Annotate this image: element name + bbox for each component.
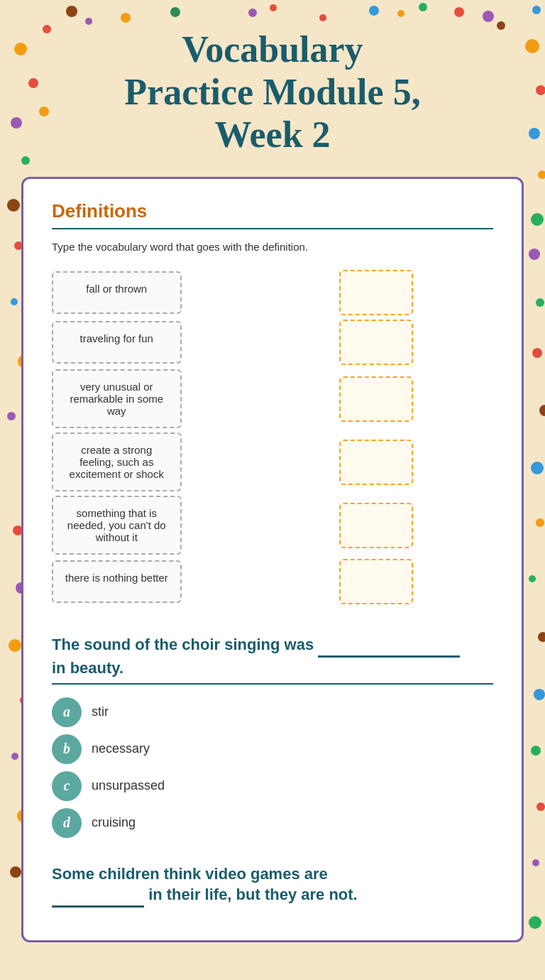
- decorative-dot: [536, 298, 544, 307]
- table-row: traveling for fun: [52, 320, 493, 365]
- decorative-dot: [538, 632, 545, 642]
- answer-cell-0[interactable]: [339, 270, 413, 315]
- definitions-section: Definitions Type the vocabulary word tha…: [52, 200, 493, 609]
- mc-question1-text: The sound of the choir singing was in be…: [52, 634, 493, 678]
- mc-question1-section: The sound of the choir singing was in be…: [52, 634, 493, 837]
- definition-cell-2: very unusual or remarkable in some way: [52, 369, 182, 428]
- answer-cell-1[interactable]: [339, 320, 413, 365]
- decorative-dot: [539, 405, 545, 416]
- decorative-dot: [531, 213, 544, 226]
- decorative-dot: [531, 462, 544, 474]
- mc-divider1: [52, 683, 493, 685]
- decorative-dot: [529, 916, 541, 929]
- definition-cell-5: there is nothing better: [52, 560, 182, 603]
- answer-input-5[interactable]: [341, 560, 412, 603]
- page-title: Vocabulary Practice Module 5, Week 2: [43, 28, 502, 156]
- answer-input-0[interactable]: [341, 271, 412, 314]
- mc-option-b[interactable]: b necessary: [52, 734, 493, 764]
- table-row: something that is needed, you can't do w…: [52, 496, 493, 555]
- decorative-dot: [9, 639, 21, 652]
- decorative-dot: [529, 249, 540, 260]
- table-row: there is nothing better: [52, 559, 493, 604]
- mc-option-text-b: necessary: [92, 741, 150, 756]
- decorative-dot: [11, 298, 18, 305]
- decorative-dot: [531, 746, 541, 756]
- mc-question1-blank: [318, 634, 460, 658]
- decorative-dot: [7, 199, 20, 212]
- answer-input-4[interactable]: [341, 504, 412, 547]
- decorative-dot: [11, 753, 18, 760]
- definition-cell-3: create a strong feeling, such as excitem…: [52, 432, 182, 491]
- mc-option-text-d: cruising: [92, 815, 136, 830]
- main-card: Definitions Type the vocabulary word tha…: [21, 177, 524, 942]
- table-row: create a strong feeling, such as excitem…: [52, 432, 493, 491]
- mc-letter-d: d: [52, 808, 82, 838]
- answer-cell-5[interactable]: [339, 559, 413, 604]
- mc-option-text-a: stir: [92, 704, 109, 719]
- decorative-dot: [536, 802, 545, 811]
- decorative-dot: [7, 412, 16, 420]
- instruction-text: Type the vocabulary word that goes with …: [52, 241, 493, 253]
- answer-cell-3[interactable]: [339, 440, 413, 485]
- table-row: very unusual or remarkable in some way: [52, 369, 493, 428]
- mc-letter-b: b: [52, 734, 82, 764]
- answer-cell-2[interactable]: [339, 376, 413, 422]
- decorative-dot: [10, 866, 21, 878]
- answer-input-3[interactable]: [341, 441, 412, 484]
- definition-cell-4: something that is needed, you can't do w…: [52, 496, 182, 555]
- decorative-dot: [536, 518, 544, 527]
- decorative-dot: [534, 689, 545, 700]
- table-row: fall or thrown: [52, 270, 493, 315]
- mc-question2-blank: [52, 884, 144, 908]
- answer-input-2[interactable]: [341, 378, 412, 420]
- mc-option-text-c: unsurpassed: [92, 778, 165, 793]
- mc-option-a[interactable]: a stir: [52, 697, 493, 727]
- definitions-divider: [52, 228, 493, 229]
- definition-cell-0: fall or thrown: [52, 271, 182, 314]
- definition-cell-1: traveling for fun: [52, 321, 182, 364]
- mc-question2-section: Some children think video games are in t…: [52, 864, 493, 908]
- mc-letter-c: c: [52, 771, 82, 801]
- header: Vocabulary Practice Module 5, Week 2: [0, 0, 545, 177]
- definitions-table: fall or thrown traveling for fun very un…: [52, 266, 493, 609]
- answer-input-1[interactable]: [341, 321, 412, 364]
- definitions-heading: Definitions: [52, 200, 493, 222]
- mc-option-c[interactable]: c unsurpassed: [52, 771, 493, 801]
- decorative-dot: [532, 348, 542, 358]
- mc-letter-a: a: [52, 697, 82, 727]
- decorative-dot: [529, 575, 536, 582]
- mc-option-d[interactable]: d cruising: [52, 808, 493, 838]
- answer-cell-4[interactable]: [339, 503, 413, 548]
- mc-question2-text: Some children think video games are in t…: [52, 864, 493, 908]
- decorative-dot: [532, 859, 539, 866]
- mc-options1: a stir b necessary c unsurpassed d cruis…: [52, 697, 493, 838]
